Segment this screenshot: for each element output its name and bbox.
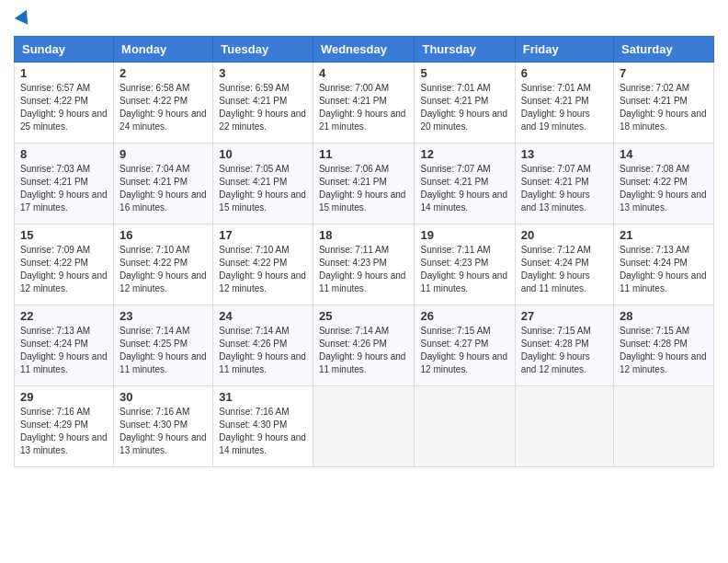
day-info: Sunrise: 7:05 AM Sunset: 4:21 PM Dayligh… <box>219 164 306 213</box>
day-info: Sunrise: 7:06 AM Sunset: 4:21 PM Dayligh… <box>319 164 406 213</box>
calendar-cell: 5 Sunrise: 7:01 AM Sunset: 4:21 PM Dayli… <box>415 62 515 143</box>
calendar-cell: 11 Sunrise: 7:06 AM Sunset: 4:21 PM Dayl… <box>313 143 415 224</box>
day-number: 8 <box>20 147 108 161</box>
day-info: Sunrise: 6:58 AM Sunset: 4:22 PM Dayligh… <box>119 83 207 132</box>
weekday-header-wednesday: Wednesday <box>313 36 415 62</box>
weekday-header-row: SundayMondayTuesdayWednesdayThursdayFrid… <box>15 36 714 62</box>
calendar-cell: 26 Sunrise: 7:15 AM Sunset: 4:27 PM Dayl… <box>415 304 515 385</box>
logo-triangle-icon <box>15 6 33 24</box>
day-info: Sunrise: 7:08 AM Sunset: 4:22 PM Dayligh… <box>620 164 707 213</box>
calendar-cell: 13 Sunrise: 7:07 AM Sunset: 4:21 PM Dayl… <box>515 143 613 224</box>
day-number: 31 <box>219 390 307 404</box>
day-number: 15 <box>20 228 108 242</box>
day-number: 12 <box>420 147 508 161</box>
day-info: Sunrise: 7:11 AM Sunset: 4:23 PM Dayligh… <box>319 245 406 293</box>
calendar-cell: 2 Sunrise: 6:58 AM Sunset: 4:22 PM Dayli… <box>114 62 213 143</box>
day-info: Sunrise: 7:14 AM Sunset: 4:25 PM Dayligh… <box>119 326 207 374</box>
day-number: 6 <box>521 66 608 80</box>
day-number: 24 <box>219 309 307 323</box>
day-info: Sunrise: 7:15 AM Sunset: 4:27 PM Dayligh… <box>420 326 507 374</box>
day-number: 3 <box>219 66 307 80</box>
day-info: Sunrise: 7:03 AM Sunset: 4:21 PM Dayligh… <box>20 164 108 213</box>
day-info: Sunrise: 7:00 AM Sunset: 4:21 PM Dayligh… <box>319 83 406 132</box>
day-number: 14 <box>620 147 708 161</box>
calendar-cell: 23 Sunrise: 7:14 AM Sunset: 4:25 PM Dayl… <box>114 304 213 385</box>
calendar-week-row: 15 Sunrise: 7:09 AM Sunset: 4:22 PM Dayl… <box>15 224 714 304</box>
day-number: 4 <box>319 66 409 80</box>
day-number: 19 <box>420 228 508 242</box>
calendar-cell: 19 Sunrise: 7:11 AM Sunset: 4:23 PM Dayl… <box>415 224 515 304</box>
calendar-cell: 3 Sunrise: 6:59 AM Sunset: 4:21 PM Dayli… <box>213 62 313 143</box>
day-number: 17 <box>219 228 307 242</box>
day-number: 11 <box>319 147 409 161</box>
day-number: 25 <box>319 309 409 323</box>
day-number: 18 <box>319 228 409 242</box>
calendar-cell: 8 Sunrise: 7:03 AM Sunset: 4:21 PM Dayli… <box>15 143 114 224</box>
day-info: Sunrise: 7:01 AM Sunset: 4:21 PM Dayligh… <box>521 83 591 132</box>
calendar-cell: 4 Sunrise: 7:00 AM Sunset: 4:21 PM Dayli… <box>313 62 415 143</box>
logo <box>14 9 31 30</box>
calendar-cell: 14 Sunrise: 7:08 AM Sunset: 4:22 PM Dayl… <box>614 143 714 224</box>
calendar-week-row: 8 Sunrise: 7:03 AM Sunset: 4:21 PM Dayli… <box>15 143 714 224</box>
day-number: 22 <box>20 309 108 323</box>
day-number: 27 <box>521 309 608 323</box>
day-info: Sunrise: 7:02 AM Sunset: 4:21 PM Dayligh… <box>620 83 707 132</box>
day-info: Sunrise: 7:13 AM Sunset: 4:24 PM Dayligh… <box>20 326 108 374</box>
calendar-cell: 27 Sunrise: 7:15 AM Sunset: 4:28 PM Dayl… <box>515 304 613 385</box>
day-info: Sunrise: 7:13 AM Sunset: 4:24 PM Dayligh… <box>620 245 707 293</box>
calendar-cell <box>515 385 613 466</box>
calendar-cell: 30 Sunrise: 7:16 AM Sunset: 4:30 PM Dayl… <box>114 385 213 466</box>
day-number: 1 <box>20 66 108 80</box>
day-number: 9 <box>119 147 207 161</box>
calendar-cell: 18 Sunrise: 7:11 AM Sunset: 4:23 PM Dayl… <box>313 224 415 304</box>
day-number: 5 <box>420 66 508 80</box>
weekday-header-sunday: Sunday <box>15 36 114 62</box>
day-number: 26 <box>420 309 508 323</box>
day-number: 23 <box>119 309 207 323</box>
calendar-cell: 31 Sunrise: 7:16 AM Sunset: 4:30 PM Dayl… <box>213 385 313 466</box>
calendar-cell: 16 Sunrise: 7:10 AM Sunset: 4:22 PM Dayl… <box>114 224 213 304</box>
calendar-cell: 25 Sunrise: 7:14 AM Sunset: 4:26 PM Dayl… <box>313 304 415 385</box>
calendar-table: SundayMondayTuesdayWednesdayThursdayFrid… <box>14 36 714 467</box>
day-number: 21 <box>620 228 708 242</box>
day-info: Sunrise: 6:57 AM Sunset: 4:22 PM Dayligh… <box>20 83 108 132</box>
weekday-header-saturday: Saturday <box>614 36 714 62</box>
day-info: Sunrise: 6:59 AM Sunset: 4:21 PM Dayligh… <box>219 83 306 132</box>
day-info: Sunrise: 7:15 AM Sunset: 4:28 PM Dayligh… <box>620 326 707 374</box>
day-info: Sunrise: 7:15 AM Sunset: 4:28 PM Dayligh… <box>521 326 591 374</box>
calendar-week-row: 1 Sunrise: 6:57 AM Sunset: 4:22 PM Dayli… <box>15 62 714 143</box>
calendar-cell: 21 Sunrise: 7:13 AM Sunset: 4:24 PM Dayl… <box>614 224 714 304</box>
calendar-cell <box>415 385 515 466</box>
weekday-header-monday: Monday <box>114 36 213 62</box>
calendar-cell: 24 Sunrise: 7:14 AM Sunset: 4:26 PM Dayl… <box>213 304 313 385</box>
weekday-header-thursday: Thursday <box>415 36 515 62</box>
header <box>14 9 714 30</box>
day-info: Sunrise: 7:10 AM Sunset: 4:22 PM Dayligh… <box>219 245 306 293</box>
day-number: 16 <box>119 228 207 242</box>
calendar-cell: 10 Sunrise: 7:05 AM Sunset: 4:21 PM Dayl… <box>213 143 313 224</box>
day-info: Sunrise: 7:12 AM Sunset: 4:24 PM Dayligh… <box>521 245 591 293</box>
weekday-header-tuesday: Tuesday <box>213 36 313 62</box>
calendar-cell: 22 Sunrise: 7:13 AM Sunset: 4:24 PM Dayl… <box>15 304 114 385</box>
day-info: Sunrise: 7:14 AM Sunset: 4:26 PM Dayligh… <box>219 326 306 374</box>
weekday-header-friday: Friday <box>515 36 613 62</box>
day-info: Sunrise: 7:14 AM Sunset: 4:26 PM Dayligh… <box>319 326 406 374</box>
day-info: Sunrise: 7:01 AM Sunset: 4:21 PM Dayligh… <box>420 83 507 132</box>
calendar-cell: 15 Sunrise: 7:09 AM Sunset: 4:22 PM Dayl… <box>15 224 114 304</box>
calendar-week-row: 22 Sunrise: 7:13 AM Sunset: 4:24 PM Dayl… <box>15 304 714 385</box>
calendar-cell: 6 Sunrise: 7:01 AM Sunset: 4:21 PM Dayli… <box>515 62 613 143</box>
calendar-cell: 29 Sunrise: 7:16 AM Sunset: 4:29 PM Dayl… <box>15 385 114 466</box>
day-info: Sunrise: 7:16 AM Sunset: 4:29 PM Dayligh… <box>20 407 108 455</box>
day-info: Sunrise: 7:11 AM Sunset: 4:23 PM Dayligh… <box>420 245 507 293</box>
day-info: Sunrise: 7:16 AM Sunset: 4:30 PM Dayligh… <box>219 407 306 455</box>
day-info: Sunrise: 7:07 AM Sunset: 4:21 PM Dayligh… <box>521 164 591 213</box>
calendar-cell: 1 Sunrise: 6:57 AM Sunset: 4:22 PM Dayli… <box>15 62 114 143</box>
day-info: Sunrise: 7:09 AM Sunset: 4:22 PM Dayligh… <box>20 245 108 293</box>
day-number: 29 <box>20 390 108 404</box>
day-info: Sunrise: 7:04 AM Sunset: 4:21 PM Dayligh… <box>119 164 207 213</box>
calendar-cell: 12 Sunrise: 7:07 AM Sunset: 4:21 PM Dayl… <box>415 143 515 224</box>
calendar-week-row: 29 Sunrise: 7:16 AM Sunset: 4:29 PM Dayl… <box>15 385 714 466</box>
logo-line2 <box>14 9 31 30</box>
calendar-cell: 9 Sunrise: 7:04 AM Sunset: 4:21 PM Dayli… <box>114 143 213 224</box>
day-info: Sunrise: 7:10 AM Sunset: 4:22 PM Dayligh… <box>119 245 207 293</box>
